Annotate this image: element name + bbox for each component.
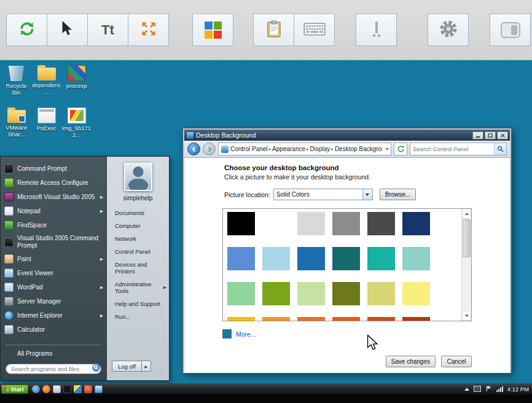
user-avatar[interactable] xyxy=(124,163,152,191)
maximize-button[interactable] xyxy=(485,131,496,139)
start-menu-place[interactable]: Run... xyxy=(107,310,169,323)
color-swatch[interactable] xyxy=(332,247,360,270)
fullscreen-button[interactable] xyxy=(128,14,169,46)
breadcrumb-item[interactable]: Appearance xyxy=(272,146,305,152)
breadcrumb-item[interactable]: Desktop Background xyxy=(335,146,382,152)
start-menu-item[interactable]: Microsoft Visual Studio 2005 ▶ xyxy=(1,190,106,204)
color-swatch[interactable] xyxy=(227,247,255,270)
start-menu-item[interactable]: Server Manager xyxy=(1,294,106,308)
windows-grid-button[interactable] xyxy=(192,14,233,46)
chevron-down-icon[interactable] xyxy=(362,189,372,200)
show-hidden-icons-chevron[interactable] xyxy=(464,388,469,391)
breadcrumb[interactable]: Control Panel ▸ Appearance ▸ Display xyxy=(218,143,391,155)
desktop-icon[interactable]: Recycle Bin xyxy=(1,65,31,96)
taskbar-clock[interactable]: 4:12 PM xyxy=(507,386,529,393)
color-swatch[interactable] xyxy=(297,282,325,305)
start-menu-place[interactable]: Computer xyxy=(107,219,169,232)
color-swatch[interactable] xyxy=(262,282,290,305)
save-changes-button[interactable]: Save changes xyxy=(386,356,436,367)
log-off-button[interactable]: Log off xyxy=(112,361,142,372)
cursor-button[interactable] xyxy=(47,14,88,46)
control-panel-search-input[interactable] xyxy=(410,146,494,152)
color-swatch[interactable] xyxy=(297,247,325,270)
color-swatch[interactable] xyxy=(402,212,430,235)
color-swatch[interactable] xyxy=(262,247,290,270)
browse-button[interactable]: Browse... xyxy=(380,189,417,200)
taskbar-app-icon-1[interactable] xyxy=(32,385,40,393)
color-swatch[interactable] xyxy=(297,317,325,321)
start-search-input[interactable] xyxy=(6,364,101,374)
address-refresh-button[interactable] xyxy=(394,143,407,155)
text-button[interactable]: Tt xyxy=(87,14,128,46)
search-icon[interactable] xyxy=(494,143,506,155)
refresh-button[interactable] xyxy=(6,14,47,46)
color-swatch[interactable] xyxy=(402,282,430,305)
start-menu-place[interactable]: Help and Support xyxy=(107,297,169,310)
color-swatch[interactable] xyxy=(332,317,360,321)
color-swatch[interactable] xyxy=(227,282,255,305)
desktop-icon[interactable]: PsExec xyxy=(31,108,61,139)
taskbar-app-icon-4[interactable] xyxy=(63,385,71,393)
window-title-bar[interactable]: Desktop Background xyxy=(184,130,510,141)
all-programs-item[interactable]: All Programs xyxy=(1,347,106,361)
start-menu-item[interactable]: Remote Access Configure xyxy=(1,176,106,190)
address-dropdown-icon[interactable]: ▾ xyxy=(384,146,388,152)
start-button[interactable]: Start xyxy=(1,385,28,394)
start-menu-item[interactable]: WordPad ▶ xyxy=(1,280,106,294)
network-icon[interactable] xyxy=(496,386,503,392)
clipboard-button[interactable] xyxy=(253,14,294,46)
start-menu-item[interactable]: Command Prompt xyxy=(1,162,106,176)
back-button[interactable] xyxy=(187,143,200,155)
color-swatch[interactable] xyxy=(262,317,290,321)
minimize-button[interactable] xyxy=(472,131,483,139)
taskbar-app-icon-2[interactable] xyxy=(42,385,50,393)
start-menu-place[interactable]: Documents xyxy=(107,206,169,219)
taskbar-app-icon-7[interactable] xyxy=(95,385,103,393)
breadcrumb-item[interactable]: Display xyxy=(310,146,331,152)
cancel-button[interactable]: Cancel xyxy=(441,356,472,367)
color-swatch[interactable] xyxy=(402,247,430,270)
color-swatch[interactable] xyxy=(332,282,360,305)
monitor-button[interactable] xyxy=(356,14,397,46)
desktop-icon[interactable]: VMware Shar... xyxy=(1,108,31,139)
side-panel-button[interactable] xyxy=(490,14,531,46)
start-menu-place[interactable]: Devices and Printers xyxy=(107,258,169,278)
color-swatch[interactable] xyxy=(367,247,395,270)
scroll-down-button[interactable] xyxy=(462,311,471,321)
start-menu-item[interactable]: Internet Explorer ▶ xyxy=(1,308,106,323)
user-name[interactable]: simplehelp xyxy=(107,195,169,202)
settings-button[interactable] xyxy=(428,14,469,46)
color-swatch[interactable] xyxy=(367,282,395,305)
start-menu-place[interactable]: Administrative Tools ▶ xyxy=(107,278,169,297)
color-swatch[interactable] xyxy=(332,212,360,235)
tray-window-icon[interactable] xyxy=(474,386,481,392)
forward-button[interactable] xyxy=(203,143,216,155)
scroll-up-button[interactable] xyxy=(462,209,471,219)
color-swatch[interactable] xyxy=(367,212,395,235)
close-button[interactable] xyxy=(497,131,508,139)
tray-flag-icon[interactable] xyxy=(485,385,492,393)
desktop[interactable]: Recycle Bin dependenc... procexp VMware … xyxy=(0,60,532,383)
start-menu-item[interactable]: Paint ▶ xyxy=(1,252,106,266)
scrollbar-thumb[interactable] xyxy=(463,219,471,257)
taskbar-app-icon-3[interactable] xyxy=(53,385,61,393)
search-icon[interactable] xyxy=(92,364,100,372)
start-menu-item[interactable]: Visual Studio 2005 Command Prompt xyxy=(1,232,106,252)
start-menu-place[interactable]: Network xyxy=(107,232,169,245)
breadcrumb-item[interactable]: Control Panel xyxy=(230,146,268,152)
color-swatch[interactable] xyxy=(227,317,255,321)
color-swatch[interactable] xyxy=(227,212,255,235)
start-menu-place[interactable]: Control Panel xyxy=(107,245,169,258)
color-swatch[interactable] xyxy=(297,212,325,235)
desktop-icon[interactable]: dependenc... xyxy=(31,65,61,96)
desktop-icon[interactable]: img_5b1712... xyxy=(61,108,92,139)
start-menu-item[interactable]: Calculator xyxy=(1,323,106,337)
more-colors-link[interactable]: More... xyxy=(236,331,256,338)
start-menu-item[interactable]: Event Viewer xyxy=(1,266,106,280)
log-off-options-arrow[interactable]: ▶ xyxy=(142,361,151,372)
start-menu-item[interactable]: Notepad ▶ xyxy=(1,204,106,218)
desktop-icon[interactable]: procexp xyxy=(61,65,92,96)
start-menu-item[interactable]: FindSpace xyxy=(1,218,106,232)
keyboard-button[interactable] xyxy=(294,14,335,46)
color-swatch[interactable] xyxy=(402,317,430,321)
